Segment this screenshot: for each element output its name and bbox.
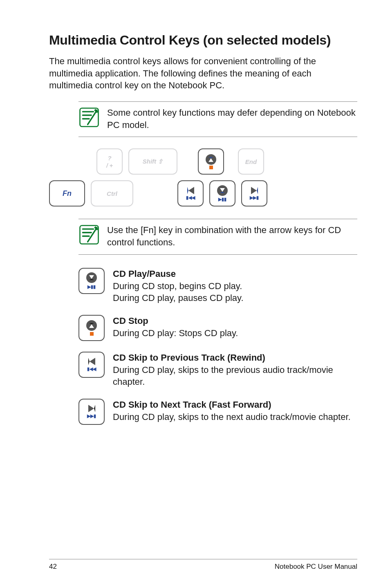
- note-block-1: Some control key functions may defer dep…: [78, 101, 357, 137]
- key-right-next: ▶▶▮: [241, 180, 267, 206]
- page-footer: 42 Notebook PC User Manual: [49, 559, 357, 571]
- def-prev-line1: During CD play, skips to the previous au…: [113, 364, 357, 388]
- note-icon: [78, 224, 100, 245]
- def-playpause-title: CD Play/Pause: [113, 268, 357, 280]
- page-heading: Multimedia Control Keys (on selected mod…: [49, 33, 357, 48]
- def-stop: CD Stop During CD play: Stops CD play.: [78, 315, 357, 341]
- next-key-icon: ▶▶▮: [78, 399, 105, 425]
- def-playpause-line1: During CD stop, begins CD play.: [113, 280, 357, 292]
- key-ctrl: Ctrl: [91, 180, 133, 206]
- note-icon: [78, 107, 100, 128]
- key-up-stop: [198, 148, 224, 175]
- def-prev-title: CD Skip to Previous Track (Rewind): [113, 352, 357, 364]
- key-slash: ? / +: [96, 148, 123, 175]
- def-playpause: ▶▮▮ CD Play/Pause During CD stop, begins…: [78, 268, 357, 304]
- note-1-text: Some control key functions may defer dep…: [107, 107, 357, 131]
- playpause-key-icon: ▶▮▮: [78, 268, 105, 294]
- definitions-list: ▶▮▮ CD Play/Pause During CD stop, begins…: [78, 268, 357, 425]
- prev-key-icon: ▮◀◀: [78, 352, 105, 378]
- key-down-playpause: ▶▮▮: [209, 180, 235, 206]
- note-2-text: Use the [Fn] key in combination with the…: [107, 224, 357, 248]
- def-prev: ▮◀◀ CD Skip to Previous Track (Rewind) D…: [78, 352, 357, 388]
- key-left-rewind: ▮◀◀: [177, 180, 204, 206]
- def-next-title: CD Skip to Next Track (Fast Forward): [113, 399, 357, 411]
- key-fn: Fn: [49, 180, 85, 206]
- manual-title: Notebook PC User Manual: [275, 563, 357, 571]
- def-playpause-line2: During CD play, pauses CD play.: [113, 292, 357, 304]
- def-next-line1: During CD play, skips to the next audio …: [113, 411, 357, 423]
- page-number: 42: [49, 563, 57, 571]
- stop-key-icon: [78, 315, 105, 341]
- key-end: End: [238, 148, 264, 175]
- key-shift: Shift ⇧: [128, 148, 177, 175]
- note-block-2: Use the [Fn] key in combination with the…: [78, 219, 357, 254]
- def-stop-line1: During CD play: Stops CD play.: [113, 327, 357, 339]
- def-stop-title: CD Stop: [113, 315, 357, 327]
- keyboard-diagram: ? / + Shift ⇧ End Fn Ctrl ▮◀◀ ▶▮▮: [49, 148, 357, 206]
- def-next: ▶▶▮ CD Skip to Next Track (Fast Forward)…: [78, 399, 357, 425]
- intro-paragraph: The multimedia control keys allows for c…: [49, 55, 357, 92]
